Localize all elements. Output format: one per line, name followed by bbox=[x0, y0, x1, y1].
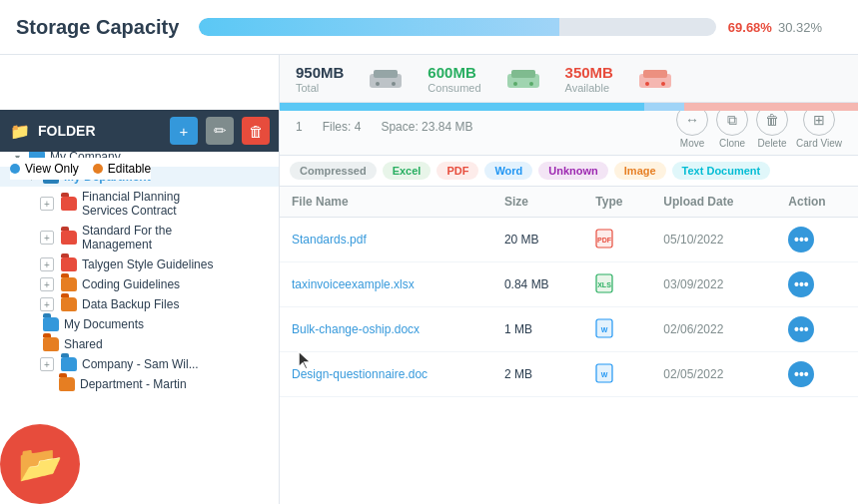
file-action-cell: ••• bbox=[776, 218, 858, 262]
file-table: File Name Size Type Upload Date Action S… bbox=[280, 187, 858, 504]
file-date-cell: 02/05/2022 bbox=[651, 352, 776, 397]
svg-point-10 bbox=[645, 82, 649, 86]
file-name-cell: Standards.pdf bbox=[280, 218, 492, 262]
tree-expand-financial[interactable]: + bbox=[40, 197, 54, 211]
tree-toggle-dept-martin bbox=[40, 377, 54, 391]
tree-label-company-sam: Company - Sam Wil... bbox=[82, 357, 199, 371]
tree-item-financial-planning[interactable]: + Financial PlanningServices Contract bbox=[0, 187, 279, 221]
col-action: Action bbox=[776, 187, 858, 218]
file-date-cell: 02/06/2022 bbox=[651, 307, 776, 352]
file-name-link[interactable]: taxinvoiceexample.xlsx bbox=[292, 277, 415, 291]
folder-icon-financial bbox=[61, 197, 77, 211]
files-count-stat: Files: 4 bbox=[323, 120, 362, 134]
storage-pct-used: 69.68% bbox=[728, 20, 772, 35]
view-only-label: View Only bbox=[25, 162, 79, 176]
editable-toggle[interactable]: Editable bbox=[93, 162, 151, 176]
tree-label-dept-martin: Department - Martin bbox=[80, 377, 187, 391]
svg-point-6 bbox=[513, 82, 517, 86]
file-date-cell: 05/10/2022 bbox=[651, 218, 776, 262]
card-view-label: Card View bbox=[796, 138, 842, 149]
tree-label-standard: Standard For theManagement bbox=[82, 224, 172, 252]
chip-excel[interactable]: Excel bbox=[383, 162, 431, 180]
tree-label-my-documents: My Documents bbox=[64, 317, 144, 331]
chip-text-document[interactable]: Text Document bbox=[672, 162, 771, 180]
tree-item-shared[interactable]: Shared bbox=[0, 334, 279, 354]
stats-row: 950MB Total 600MB Consumed 350MB bbox=[280, 55, 858, 103]
folder-tree: ▾ My Company ▾ My Department + Financial… bbox=[0, 143, 279, 398]
tree-expand-coding[interactable]: + bbox=[40, 277, 54, 291]
chip-unknown[interactable]: Unknown bbox=[538, 162, 608, 180]
chip-word[interactable]: Word bbox=[484, 162, 532, 180]
chip-compressed[interactable]: Compressed bbox=[290, 162, 377, 180]
app-container: Storage Capacity 69.68% 30.32% 950MB Tot… bbox=[0, 0, 858, 504]
folder-icon-shared bbox=[43, 337, 59, 351]
stat-total-label: Total bbox=[296, 82, 319, 94]
tree-item-my-documents[interactable]: My Documents bbox=[0, 314, 279, 334]
table-row: taxinvoiceexample.xlsx 0.84 MB XLS 03/09… bbox=[280, 262, 858, 307]
storage-bar-fill bbox=[199, 18, 559, 36]
tree-item-coding[interactable]: + Coding Guidelines bbox=[0, 274, 279, 294]
file-action-cell: ••• bbox=[776, 307, 858, 352]
view-toggles: View Only Editable bbox=[10, 158, 151, 180]
clone-label: Clone bbox=[719, 138, 745, 149]
file-name-cell: taxinvoiceexample.xlsx bbox=[280, 262, 492, 307]
edit-folder-button[interactable]: ✏ bbox=[206, 117, 234, 145]
folder-icon-my-documents bbox=[43, 317, 59, 331]
storage-bar-bg bbox=[199, 18, 715, 36]
svg-text:W: W bbox=[601, 326, 608, 333]
tree-item-standard-management[interactable]: + Standard For theManagement bbox=[0, 221, 279, 254]
tree-expand-standard[interactable]: + bbox=[40, 231, 54, 245]
tree-expand-backup[interactable]: + bbox=[40, 297, 54, 311]
folder-icon-talygen bbox=[61, 257, 77, 271]
stat-available-icon bbox=[637, 68, 673, 90]
chip-image[interactable]: Image bbox=[614, 162, 666, 180]
file-name-link[interactable]: Design-questionnaire.doc bbox=[292, 367, 428, 381]
stat-consumed-value: 600MB bbox=[428, 64, 475, 81]
tree-item-data-backup[interactable]: + Data Backup Files bbox=[0, 294, 279, 314]
folder-toolbar-label: FOLDER bbox=[38, 123, 96, 139]
file-type-cell: W bbox=[583, 307, 651, 352]
tree-item-dept-martin[interactable]: Department - Martin bbox=[0, 374, 279, 394]
file-name-cell: Bulk-change-oship.docx bbox=[280, 307, 492, 352]
col-type: Type bbox=[583, 187, 651, 218]
file-size-cell: 0.84 MB bbox=[492, 262, 583, 307]
col-upload-date: Upload Date bbox=[651, 187, 776, 218]
tree-expand-talygen[interactable]: + bbox=[40, 257, 54, 271]
tree-label-backup: Data Backup Files bbox=[82, 297, 179, 311]
folder-icon-dept-martin bbox=[59, 377, 75, 391]
svg-text:XLS: XLS bbox=[598, 281, 612, 288]
stat-total: 950MB Total bbox=[296, 64, 344, 94]
svg-point-3 bbox=[392, 82, 396, 86]
table-row: Design-questionnaire.doc 2 MB W 02/05/20… bbox=[280, 352, 858, 397]
file-action-dots[interactable]: ••• bbox=[788, 227, 814, 252]
add-folder-button[interactable]: + bbox=[170, 117, 198, 145]
stat-available-value: 350MB bbox=[565, 64, 613, 81]
svg-text:W: W bbox=[601, 371, 608, 378]
top-bar: Storage Capacity 69.68% 30.32% bbox=[0, 0, 858, 55]
bottom-folder-icon: 📂 bbox=[18, 443, 63, 485]
tree-item-talygen-style[interactable]: + Talygen Style Guidelines bbox=[0, 254, 279, 274]
file-size-cell: 1 MB bbox=[492, 307, 583, 352]
tree-label-financial: Financial PlanningServices Contract bbox=[82, 190, 180, 218]
file-action-dots[interactable]: ••• bbox=[788, 316, 814, 342]
tree-item-company-sam[interactable]: + Company - Sam Wil... bbox=[0, 354, 279, 374]
svg-text:PDF: PDF bbox=[597, 237, 612, 244]
folder-toolbar: 📁 FOLDER + ✏ 🗑 bbox=[0, 110, 280, 152]
file-action-dots[interactable]: ••• bbox=[788, 271, 814, 297]
delete-folder-button[interactable]: 🗑 bbox=[242, 117, 270, 145]
stat-consumed-icon bbox=[505, 68, 541, 90]
svg-rect-1 bbox=[374, 70, 398, 78]
folder-icon-company-sam bbox=[61, 357, 77, 371]
main-content: 📁 FOLDER + ✏ 🗑 View Only Editable bbox=[0, 55, 858, 504]
chip-pdf[interactable]: PDF bbox=[436, 162, 478, 180]
bottom-folder-button[interactable]: 📂 bbox=[0, 424, 80, 504]
folder-toolbar-icon: 📁 bbox=[10, 122, 30, 141]
col-size: Size bbox=[492, 187, 583, 218]
view-only-toggle[interactable]: View Only bbox=[10, 162, 79, 176]
tree-expand-company-sam[interactable]: + bbox=[40, 357, 54, 371]
file-action-dots[interactable]: ••• bbox=[788, 361, 814, 387]
file-name-link[interactable]: Standards.pdf bbox=[292, 233, 367, 247]
folder-icon-coding bbox=[61, 277, 77, 291]
filter-chips: Compressed Excel PDF Word Unknown Image … bbox=[280, 156, 858, 187]
file-name-link[interactable]: Bulk-change-oship.docx bbox=[292, 322, 420, 336]
